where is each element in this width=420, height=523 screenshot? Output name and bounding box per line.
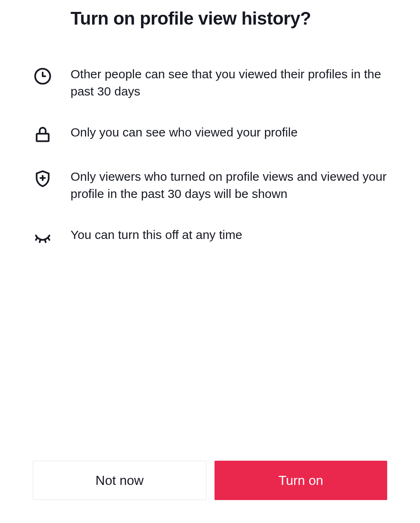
eye-closed-icon xyxy=(33,227,52,247)
list-item-text: Other people can see that you viewed the… xyxy=(71,66,387,100)
list-item: Only you can see who viewed your profile xyxy=(33,124,387,144)
svg-rect-1 xyxy=(37,134,48,141)
svg-line-5 xyxy=(40,239,41,242)
list-item-text: You can turn this off at any time xyxy=(71,226,242,243)
not-now-button[interactable]: Not now xyxy=(33,461,206,500)
list-item: Other people can see that you viewed the… xyxy=(33,66,387,100)
list-item: You can turn this off at any time xyxy=(33,226,387,247)
svg-line-4 xyxy=(36,238,38,240)
list-item-text: Only you can see who viewed your profile xyxy=(71,124,298,141)
dialog-container: Turn on profile view history? Other peop… xyxy=(0,0,420,523)
turn-on-button[interactable]: Turn on xyxy=(215,461,387,500)
list-item: Only viewers who turned on profile views… xyxy=(33,168,387,202)
lock-icon xyxy=(33,125,52,144)
shield-plus-icon xyxy=(33,169,52,189)
dialog-title: Turn on profile view history? xyxy=(71,8,387,29)
svg-line-7 xyxy=(48,238,50,240)
svg-line-6 xyxy=(45,239,46,242)
info-list: Other people can see that you viewed the… xyxy=(33,66,387,271)
list-item-text: Only viewers who turned on profile views… xyxy=(71,168,387,202)
clock-icon xyxy=(33,66,52,86)
button-row: Not now Turn on xyxy=(33,461,387,500)
